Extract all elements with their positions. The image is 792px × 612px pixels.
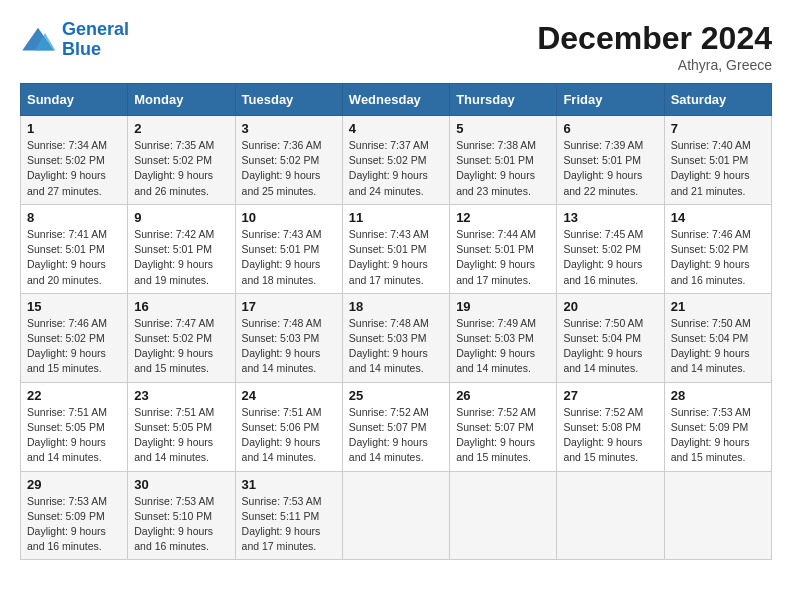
day-cell: 3 Sunrise: 7:36 AM Sunset: 5:02 PM Dayli… — [235, 116, 342, 205]
day-info: Sunrise: 7:45 AM Sunset: 5:02 PM Dayligh… — [563, 227, 657, 288]
day-cell: 10 Sunrise: 7:43 AM Sunset: 5:01 PM Dayl… — [235, 204, 342, 293]
day-info: Sunrise: 7:39 AM Sunset: 5:01 PM Dayligh… — [563, 138, 657, 199]
month-title: December 2024 — [537, 20, 772, 57]
day-cell: 16 Sunrise: 7:47 AM Sunset: 5:02 PM Dayl… — [128, 293, 235, 382]
weekday-header-sunday: Sunday — [21, 84, 128, 116]
weekday-header-row: SundayMondayTuesdayWednesdayThursdayFrid… — [21, 84, 772, 116]
day-number: 12 — [456, 210, 550, 225]
weekday-header-tuesday: Tuesday — [235, 84, 342, 116]
logo: General Blue — [20, 20, 129, 60]
day-cell: 5 Sunrise: 7:38 AM Sunset: 5:01 PM Dayli… — [450, 116, 557, 205]
day-info: Sunrise: 7:52 AM Sunset: 5:08 PM Dayligh… — [563, 405, 657, 466]
day-info: Sunrise: 7:53 AM Sunset: 5:11 PM Dayligh… — [242, 494, 336, 555]
day-number: 5 — [456, 121, 550, 136]
day-info: Sunrise: 7:41 AM Sunset: 5:01 PM Dayligh… — [27, 227, 121, 288]
day-info: Sunrise: 7:34 AM Sunset: 5:02 PM Dayligh… — [27, 138, 121, 199]
day-number: 8 — [27, 210, 121, 225]
day-cell: 30 Sunrise: 7:53 AM Sunset: 5:10 PM Dayl… — [128, 471, 235, 560]
logo-text: General Blue — [62, 20, 129, 60]
day-number: 2 — [134, 121, 228, 136]
logo-line2: Blue — [62, 39, 101, 59]
day-number: 29 — [27, 477, 121, 492]
day-cell: 13 Sunrise: 7:45 AM Sunset: 5:02 PM Dayl… — [557, 204, 664, 293]
day-cell: 4 Sunrise: 7:37 AM Sunset: 5:02 PM Dayli… — [342, 116, 449, 205]
day-number: 1 — [27, 121, 121, 136]
day-cell: 14 Sunrise: 7:46 AM Sunset: 5:02 PM Dayl… — [664, 204, 771, 293]
day-info: Sunrise: 7:51 AM Sunset: 5:05 PM Dayligh… — [134, 405, 228, 466]
day-cell: 28 Sunrise: 7:53 AM Sunset: 5:09 PM Dayl… — [664, 382, 771, 471]
logo-line1: General — [62, 19, 129, 39]
day-number: 16 — [134, 299, 228, 314]
day-number: 28 — [671, 388, 765, 403]
day-info: Sunrise: 7:53 AM Sunset: 5:10 PM Dayligh… — [134, 494, 228, 555]
day-number: 21 — [671, 299, 765, 314]
day-info: Sunrise: 7:51 AM Sunset: 5:05 PM Dayligh… — [27, 405, 121, 466]
weekday-header-friday: Friday — [557, 84, 664, 116]
day-cell: 17 Sunrise: 7:48 AM Sunset: 5:03 PM Dayl… — [235, 293, 342, 382]
week-row-1: 1 Sunrise: 7:34 AM Sunset: 5:02 PM Dayli… — [21, 116, 772, 205]
day-cell: 25 Sunrise: 7:52 AM Sunset: 5:07 PM Dayl… — [342, 382, 449, 471]
day-cell: 19 Sunrise: 7:49 AM Sunset: 5:03 PM Dayl… — [450, 293, 557, 382]
day-cell — [664, 471, 771, 560]
day-cell: 26 Sunrise: 7:52 AM Sunset: 5:07 PM Dayl… — [450, 382, 557, 471]
day-info: Sunrise: 7:37 AM Sunset: 5:02 PM Dayligh… — [349, 138, 443, 199]
day-info: Sunrise: 7:46 AM Sunset: 5:02 PM Dayligh… — [671, 227, 765, 288]
weekday-header-wednesday: Wednesday — [342, 84, 449, 116]
day-cell: 12 Sunrise: 7:44 AM Sunset: 5:01 PM Dayl… — [450, 204, 557, 293]
week-row-5: 29 Sunrise: 7:53 AM Sunset: 5:09 PM Dayl… — [21, 471, 772, 560]
calendar-table: SundayMondayTuesdayWednesdayThursdayFrid… — [20, 83, 772, 560]
weekday-header-monday: Monday — [128, 84, 235, 116]
location: Athyra, Greece — [537, 57, 772, 73]
day-cell: 24 Sunrise: 7:51 AM Sunset: 5:06 PM Dayl… — [235, 382, 342, 471]
day-cell: 2 Sunrise: 7:35 AM Sunset: 5:02 PM Dayli… — [128, 116, 235, 205]
day-cell: 15 Sunrise: 7:46 AM Sunset: 5:02 PM Dayl… — [21, 293, 128, 382]
day-number: 9 — [134, 210, 228, 225]
day-cell: 27 Sunrise: 7:52 AM Sunset: 5:08 PM Dayl… — [557, 382, 664, 471]
day-info: Sunrise: 7:40 AM Sunset: 5:01 PM Dayligh… — [671, 138, 765, 199]
day-number: 24 — [242, 388, 336, 403]
day-cell: 8 Sunrise: 7:41 AM Sunset: 5:01 PM Dayli… — [21, 204, 128, 293]
page-header: General Blue December 2024 Athyra, Greec… — [20, 20, 772, 73]
week-row-3: 15 Sunrise: 7:46 AM Sunset: 5:02 PM Dayl… — [21, 293, 772, 382]
day-cell — [450, 471, 557, 560]
day-cell: 6 Sunrise: 7:39 AM Sunset: 5:01 PM Dayli… — [557, 116, 664, 205]
day-info: Sunrise: 7:43 AM Sunset: 5:01 PM Dayligh… — [242, 227, 336, 288]
day-number: 14 — [671, 210, 765, 225]
week-row-2: 8 Sunrise: 7:41 AM Sunset: 5:01 PM Dayli… — [21, 204, 772, 293]
title-block: December 2024 Athyra, Greece — [537, 20, 772, 73]
weekday-header-saturday: Saturday — [664, 84, 771, 116]
day-number: 7 — [671, 121, 765, 136]
day-number: 13 — [563, 210, 657, 225]
day-number: 15 — [27, 299, 121, 314]
day-number: 4 — [349, 121, 443, 136]
day-info: Sunrise: 7:53 AM Sunset: 5:09 PM Dayligh… — [671, 405, 765, 466]
day-info: Sunrise: 7:42 AM Sunset: 5:01 PM Dayligh… — [134, 227, 228, 288]
day-info: Sunrise: 7:52 AM Sunset: 5:07 PM Dayligh… — [349, 405, 443, 466]
day-info: Sunrise: 7:51 AM Sunset: 5:06 PM Dayligh… — [242, 405, 336, 466]
day-number: 18 — [349, 299, 443, 314]
day-cell: 18 Sunrise: 7:48 AM Sunset: 5:03 PM Dayl… — [342, 293, 449, 382]
day-number: 26 — [456, 388, 550, 403]
day-cell: 9 Sunrise: 7:42 AM Sunset: 5:01 PM Dayli… — [128, 204, 235, 293]
day-info: Sunrise: 7:44 AM Sunset: 5:01 PM Dayligh… — [456, 227, 550, 288]
day-info: Sunrise: 7:52 AM Sunset: 5:07 PM Dayligh… — [456, 405, 550, 466]
day-info: Sunrise: 7:49 AM Sunset: 5:03 PM Dayligh… — [456, 316, 550, 377]
day-info: Sunrise: 7:43 AM Sunset: 5:01 PM Dayligh… — [349, 227, 443, 288]
logo-icon — [20, 26, 56, 54]
day-number: 23 — [134, 388, 228, 403]
day-info: Sunrise: 7:48 AM Sunset: 5:03 PM Dayligh… — [242, 316, 336, 377]
day-info: Sunrise: 7:47 AM Sunset: 5:02 PM Dayligh… — [134, 316, 228, 377]
day-number: 17 — [242, 299, 336, 314]
day-info: Sunrise: 7:36 AM Sunset: 5:02 PM Dayligh… — [242, 138, 336, 199]
day-number: 10 — [242, 210, 336, 225]
day-cell: 21 Sunrise: 7:50 AM Sunset: 5:04 PM Dayl… — [664, 293, 771, 382]
day-number: 6 — [563, 121, 657, 136]
week-row-4: 22 Sunrise: 7:51 AM Sunset: 5:05 PM Dayl… — [21, 382, 772, 471]
day-number: 30 — [134, 477, 228, 492]
day-number: 20 — [563, 299, 657, 314]
day-info: Sunrise: 7:46 AM Sunset: 5:02 PM Dayligh… — [27, 316, 121, 377]
day-cell: 22 Sunrise: 7:51 AM Sunset: 5:05 PM Dayl… — [21, 382, 128, 471]
day-info: Sunrise: 7:50 AM Sunset: 5:04 PM Dayligh… — [563, 316, 657, 377]
day-cell: 29 Sunrise: 7:53 AM Sunset: 5:09 PM Dayl… — [21, 471, 128, 560]
day-info: Sunrise: 7:50 AM Sunset: 5:04 PM Dayligh… — [671, 316, 765, 377]
